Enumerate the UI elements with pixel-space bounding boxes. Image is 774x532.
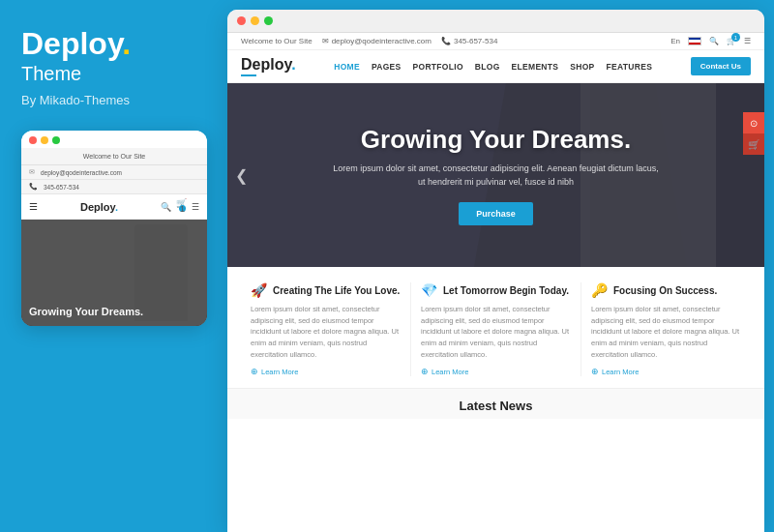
feature-icon-3: 🔑 — [591, 282, 608, 298]
cart-badge: 1 — [731, 33, 740, 42]
brand-byline: By Mikado-Themes — [21, 93, 206, 107]
hero-content: Growing Your Dreams. Lorem ipsum dolor s… — [313, 125, 680, 225]
nav-links: HOME PAGES PORTFOLIO BLOG ELEMENTS SHOP … — [334, 62, 652, 72]
feature-header-1: 🚀 Creating The Life You Love. — [251, 282, 401, 298]
logo-underscore — [241, 74, 256, 76]
mobile-mockup: Welcome to Our Site ✉ deploy@qodeinterac… — [21, 131, 207, 326]
feature-icon-1: 🚀 — [251, 282, 267, 298]
feature-title-3: Focusing On Success. — [613, 285, 717, 296]
mobile-dot-red — [29, 136, 37, 144]
chrome-dot-green — [264, 16, 273, 25]
mobile-phone-bar: 📞 345-657-534 — [21, 180, 207, 194]
mobile-logo: Deploy. — [80, 201, 118, 213]
mobile-menu-icon[interactable]: ☰ — [192, 202, 199, 212]
phone-icon: 📞 — [441, 37, 451, 45]
nav-link-features[interactable]: FEATURES — [607, 62, 653, 72]
hero-side-icon-1[interactable]: ⊙ — [743, 112, 764, 133]
nav-link-pages[interactable]: PAGES — [372, 62, 402, 72]
desktop-site: Welcome to Our Site ✉ deploy@qodeinterac… — [227, 33, 764, 532]
mobile-cart-icon[interactable]: 🛒 1 — [176, 198, 187, 215]
learn-more-icon-2: ⊕ — [421, 367, 429, 376]
mobile-hero: Growing Your Dreams. — [21, 220, 207, 326]
site-info-bar: Welcome to Our Site ✉ deploy@qodeinterac… — [227, 33, 764, 50]
chrome-dot-red — [237, 16, 246, 25]
nav-link-portfolio[interactable]: PORTFOLIO — [413, 62, 463, 72]
site-logo: Deploy. — [241, 56, 296, 76]
site-phone-item: 📞 345-657-534 — [441, 37, 497, 45]
feature-header-3: 🔑 Focusing On Success. — [591, 282, 741, 298]
hero-side-icon-2[interactable]: 🛒 — [743, 133, 764, 155]
feature-text-3: Lorem ipsum dolor sit amet, consectetur … — [591, 304, 741, 360]
site-info-right: En 🔍 🛒 1 ☰ — [670, 37, 751, 45]
feature-col-3: 🔑 Focusing On Success. Lorem ipsum dolor… — [581, 282, 751, 376]
brand-title: Deploy. — [21, 27, 206, 61]
feature-col-2: 💎 Let Tomorrow Begin Today. Lorem ipsum … — [411, 282, 581, 376]
mobile-cart-badge: 1 — [179, 205, 186, 212]
left-panel: Deploy. Theme By Mikado-Themes Welcome t… — [0, 0, 227, 532]
nav-link-blog[interactable]: BLOG — [475, 62, 500, 72]
hero-title: Growing Your Dreams. — [332, 125, 661, 155]
mobile-email-icon: ✉ — [29, 168, 35, 176]
menu-icon[interactable]: ☰ — [744, 37, 751, 45]
learn-more-3[interactable]: ⊕ Learn More — [591, 367, 741, 376]
mobile-hero-content: Growing Your Dreams. — [29, 306, 199, 318]
site-welcome: Welcome to Our Site — [241, 37, 313, 45]
feature-col-1: 🚀 Creating The Life You Love. Lorem ipsu… — [241, 282, 411, 376]
email-icon: ✉ — [322, 37, 329, 45]
cart-icon[interactable]: 🛒 1 — [727, 37, 736, 45]
right-panel: Welcome to Our Site ✉ deploy@qodeinterac… — [227, 10, 764, 532]
feature-icon-2: 💎 — [421, 282, 437, 298]
hero-cta-button[interactable]: Purchase — [459, 202, 533, 225]
mobile-dot-yellow — [41, 136, 48, 144]
nav-link-home[interactable]: HOME — [334, 62, 360, 72]
feature-header-2: 💎 Let Tomorrow Begin Today. — [421, 282, 571, 298]
mobile-search-icon[interactable]: 🔍 — [161, 202, 171, 212]
mobile-browser-chrome — [21, 131, 207, 148]
nav-link-elements[interactable]: ELEMENTS — [512, 62, 559, 72]
features-section: 🚀 Creating The Life You Love. Lorem ipsu… — [227, 267, 764, 388]
contact-button[interactable]: Contact Us — [691, 57, 751, 75]
site-info-left: Welcome to Our Site ✉ deploy@qodeinterac… — [241, 37, 497, 45]
mobile-nav-icons: 🔍 🛒 1 ☰ — [161, 198, 199, 215]
feature-title-1: Creating The Life You Love. — [273, 285, 400, 296]
latest-news-bar: Latest News — [227, 388, 764, 419]
mobile-dot-green — [52, 136, 60, 144]
mobile-hamburger-icon[interactable]: ☰ — [29, 201, 38, 212]
brand-subtitle: Theme — [21, 63, 206, 85]
learn-more-icon-3: ⊕ — [591, 367, 599, 376]
site-nav: Deploy. HOME PAGES PORTFOLIO BLOG ELEMEN… — [227, 50, 764, 83]
feature-text-2: Lorem ipsum dolor sit amet, consectetur … — [421, 304, 571, 360]
hero-subtitle: Lorem ipsum dolor sit amet, consectetur … — [332, 163, 661, 189]
desktop-browser-chrome — [227, 10, 764, 33]
mobile-nav-row: ☰ Deploy. 🔍 🛒 1 ☰ — [21, 194, 207, 220]
latest-news-title: Latest News — [241, 399, 751, 413]
feature-text-1: Lorem ipsum dolor sit amet, consectetur … — [251, 304, 401, 360]
learn-more-icon-1: ⊕ — [251, 367, 258, 376]
hero-sidebar-icons: ⊙ 🛒 — [743, 112, 764, 155]
mobile-topbar-info: Welcome to Our Site — [21, 148, 207, 165]
learn-more-1[interactable]: ⊕ Learn More — [251, 367, 401, 376]
hero-prev-arrow[interactable]: ❮ — [235, 166, 248, 185]
feature-title-2: Let Tomorrow Begin Today. — [443, 285, 569, 296]
learn-more-2[interactable]: ⊕ Learn More — [421, 367, 571, 376]
mobile-phone-icon: 📞 — [29, 183, 38, 191]
site-hero: Growing Your Dreams. Lorem ipsum dolor s… — [227, 83, 764, 267]
site-email-item: ✉ deploy@qodeinteractive.com — [322, 37, 432, 45]
mobile-contact-bar: ✉ deploy@qodeinteractive.com — [21, 165, 207, 180]
lang-flag — [688, 37, 701, 45]
nav-link-shop[interactable]: SHOP — [570, 62, 594, 72]
chrome-dot-yellow — [251, 16, 259, 25]
mobile-hero-title: Growing Your Dreams. — [29, 306, 199, 318]
search-icon[interactable]: 🔍 — [709, 37, 719, 45]
